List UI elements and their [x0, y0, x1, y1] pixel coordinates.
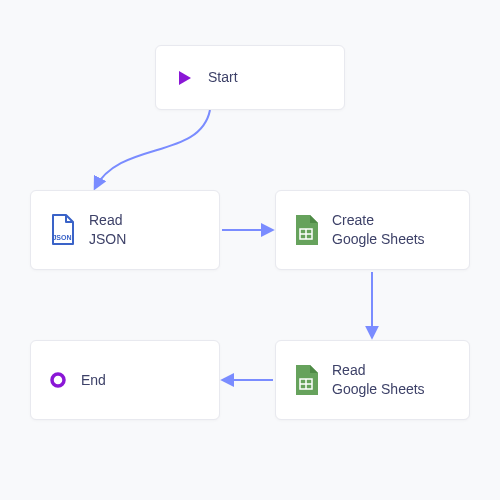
node-create-sheets[interactable]: CreateGoogle Sheets — [275, 190, 470, 270]
svg-text:JSON: JSON — [52, 234, 71, 241]
sheets-icon — [294, 365, 318, 395]
end-icon — [49, 371, 67, 389]
node-label: End — [81, 371, 106, 390]
sheets-icon — [294, 215, 318, 245]
node-label: ReadJSON — [89, 211, 126, 249]
node-read-json[interactable]: JSON ReadJSON — [30, 190, 220, 270]
node-label: ReadGoogle Sheets — [332, 361, 425, 399]
node-label: CreateGoogle Sheets — [332, 211, 425, 249]
edge-start-to-json — [95, 110, 210, 188]
play-icon — [174, 68, 194, 88]
json-icon: JSON — [49, 214, 75, 246]
node-end[interactable]: End — [30, 340, 220, 420]
node-start[interactable]: Start — [155, 45, 345, 110]
node-read-sheets[interactable]: ReadGoogle Sheets — [275, 340, 470, 420]
svg-point-7 — [52, 374, 64, 386]
node-label: Start — [208, 68, 238, 87]
